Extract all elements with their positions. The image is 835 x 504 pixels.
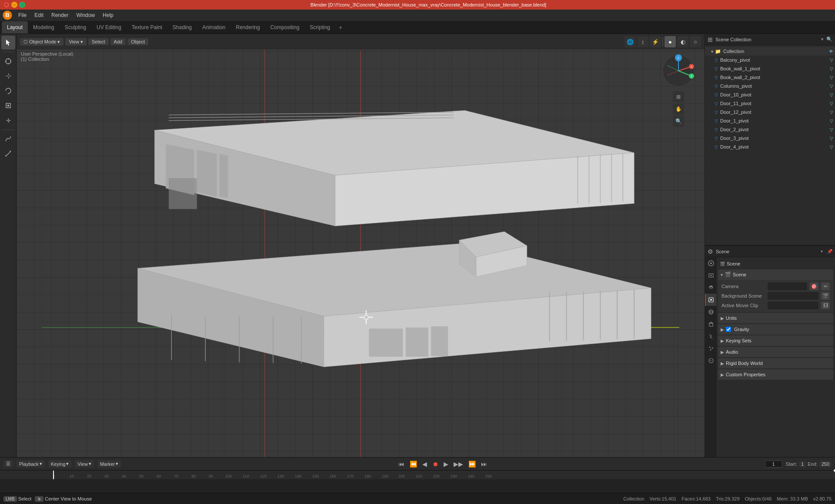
start-frame-value[interactable]: 1: [799, 461, 806, 467]
next-frame-button[interactable]: ▶▶: [452, 461, 464, 468]
outliner-item-door10[interactable]: ▽ Door_10_pivot ▽: [705, 90, 835, 99]
annotate-tool-button[interactable]: [1, 132, 15, 146]
marker-dropdown[interactable]: Marker ▾: [97, 460, 121, 468]
outliner-item-door11[interactable]: ▽ Door_11_pivot ▽: [705, 99, 835, 108]
properties-pin-button[interactable]: 📌: [827, 249, 832, 254]
gravity-section-header[interactable]: ▶ Gravity: [718, 324, 833, 335]
menu-render[interactable]: Render: [48, 11, 72, 19]
audio-section-header[interactable]: ▶ Audio: [718, 347, 833, 357]
outliner-item-bookwall1[interactable]: ▽ Book_wall_1_pivot ▽: [705, 64, 835, 73]
outliner-item-door5[interactable]: ▽ Door_5_pivot ▽: [705, 151, 835, 154]
viewport-overlays-button[interactable]: 🌐: [625, 36, 636, 47]
obj-vis-icon[interactable]: ▽: [830, 75, 833, 80]
outliner-filter-button[interactable]: ▾: [821, 36, 824, 42]
navigation-gizmo[interactable]: X Y Z ⊞ ✋ 🔍: [661, 53, 696, 88]
timeline[interactable]: 1 10 20 30 40 50 60 70 80 90 100 110 120…: [0, 470, 835, 493]
viewport-object-button[interactable]: Object: [127, 38, 148, 45]
obj-vis-icon[interactable]: ▽: [830, 136, 833, 141]
tab-rendering[interactable]: Rendering: [230, 21, 265, 33]
viewport-pan-button[interactable]: ✋: [673, 103, 684, 115]
obj-vis-icon[interactable]: ▽: [830, 110, 833, 115]
prop-tab-particles[interactable]: [705, 342, 716, 355]
timeline-menu-button[interactable]: ☰: [3, 460, 13, 468]
obj-vis-icon[interactable]: ▽: [830, 58, 833, 63]
viewport[interactable]: ⬡ Object Mode ▾ View ▾ Select Add Object…: [17, 34, 705, 457]
viewport-mode-button[interactable]: ⬡ Object Mode ▾: [20, 38, 63, 46]
rotate-tool-button[interactable]: [1, 84, 15, 98]
scene-section-header[interactable]: ▾ 🎬 Scene: [718, 269, 833, 280]
select-tool-button[interactable]: [1, 36, 15, 50]
outliner-item-bookwall2[interactable]: ▽ Book_wall_2_pivot ▽: [705, 73, 835, 82]
outliner-search-button[interactable]: 🔍: [826, 36, 832, 42]
outliner-item-collection[interactable]: ▾ 📁 Collection 👁: [705, 47, 835, 56]
viewport-shading-render[interactable]: ○: [690, 36, 701, 47]
prop-tab-viewlayer[interactable]: [705, 282, 716, 294]
movie-clip-value[interactable]: [768, 302, 818, 309]
outliner-item-door2[interactable]: ▽ Door_2_pivot ▽: [705, 125, 835, 134]
gravity-checkbox[interactable]: [726, 327, 731, 332]
tab-animation[interactable]: Animation: [197, 21, 230, 33]
custom-props-header[interactable]: ▶ Custom Properties: [718, 369, 833, 380]
properties-options-button[interactable]: ▾: [821, 249, 823, 254]
tab-texture-paint[interactable]: Texture Paint: [127, 21, 167, 33]
viewport-shading-solid[interactable]: ●: [665, 36, 676, 47]
viewport-gizmos-button[interactable]: ↕: [637, 36, 648, 47]
outliner-item-door1[interactable]: ▽ Door_1_pivot ▽: [705, 116, 835, 125]
bg-scene-icon-btn[interactable]: 🎬: [821, 292, 830, 300]
obj-vis-icon[interactable]: ▽: [830, 145, 833, 149]
outliner-item-door12[interactable]: ▽ Door_12_pivot ▽: [705, 108, 835, 116]
close-button[interactable]: ✕: [3, 2, 10, 8]
rigid-body-header[interactable]: ▶ Rigid Body World: [718, 358, 833, 368]
jump-end-button[interactable]: ⏭: [480, 461, 488, 468]
prev-frame-button[interactable]: ◀: [421, 461, 428, 468]
prop-tab-render[interactable]: [705, 257, 716, 269]
outliner-item-door4[interactable]: ▽ Door_4_pivot ▽: [705, 143, 835, 151]
menu-edit[interactable]: Edit: [31, 11, 47, 19]
prev-keyframe-button[interactable]: ⏪: [408, 461, 418, 468]
outliner-item-columns[interactable]: ▽ Columns_pivot ▽: [705, 82, 835, 90]
play-button[interactable]: ▶: [442, 461, 450, 468]
camera-edit-button[interactable]: ✏: [821, 282, 830, 290]
tab-layout[interactable]: Layout: [2, 21, 28, 33]
scale-tool-button[interactable]: [1, 99, 15, 113]
obj-vis-icon[interactable]: ▽: [830, 127, 833, 132]
viewport-add-button[interactable]: Add: [110, 38, 126, 45]
move-tool-button[interactable]: ⊹: [1, 69, 15, 83]
obj-vis-icon[interactable]: ▽: [830, 101, 833, 106]
prop-tab-object[interactable]: [705, 318, 716, 330]
viewport-shading-material[interactable]: ◐: [677, 36, 688, 47]
view-dropdown[interactable]: View ▾: [75, 460, 94, 468]
next-keyframe-button[interactable]: ⏩: [467, 461, 477, 468]
bg-scene-value[interactable]: [768, 292, 818, 300]
units-section-header[interactable]: ▶ Units: [718, 313, 833, 323]
obj-vis-icon[interactable]: ▽: [830, 66, 833, 71]
transform-tool-button[interactable]: ✛: [1, 113, 15, 127]
window-controls[interactable]: ✕ ─ □: [3, 2, 25, 8]
keying-dropdown[interactable]: Keying ▾: [48, 460, 72, 468]
viewport-sync-button[interactable]: ⚡: [650, 36, 661, 47]
outliner-item-door3[interactable]: ▽ Door_3_pivot ▽: [705, 134, 835, 143]
camera-value[interactable]: [768, 282, 807, 290]
jump-start-button[interactable]: ⏮: [397, 461, 406, 468]
prop-tab-scene[interactable]: [705, 294, 716, 306]
viewport-grid-button[interactable]: ⊞: [673, 91, 684, 103]
obj-vis-icon[interactable]: ▽: [830, 119, 833, 123]
record-button[interactable]: ⏺: [431, 461, 440, 468]
minimize-button[interactable]: ─: [11, 2, 17, 8]
prop-tab-world[interactable]: [705, 306, 716, 318]
maximize-button[interactable]: □: [19, 2, 25, 8]
collection-vis-eye[interactable]: 👁: [829, 49, 833, 54]
add-workspace-button[interactable]: +: [335, 22, 346, 33]
keying-sets-header[interactable]: ▶ Keying Sets: [718, 335, 833, 346]
end-frame-value[interactable]: 250: [819, 461, 832, 467]
tab-compositing[interactable]: Compositing: [265, 21, 305, 33]
camera-pick-button[interactable]: 🎯: [810, 282, 818, 290]
tab-modeling[interactable]: Modeling: [28, 21, 60, 33]
measure-tool-button[interactable]: [1, 147, 15, 161]
outliner-item-balcony[interactable]: ▽ Balcony_pivot ▽: [705, 56, 835, 64]
menu-file[interactable]: File: [15, 11, 30, 19]
playback-dropdown[interactable]: Playback ▾: [17, 460, 45, 468]
prop-tab-physics[interactable]: [705, 355, 716, 367]
viewport-zoom-button[interactable]: 🔍: [673, 116, 684, 127]
obj-vis-icon[interactable]: ▽: [830, 93, 833, 97]
